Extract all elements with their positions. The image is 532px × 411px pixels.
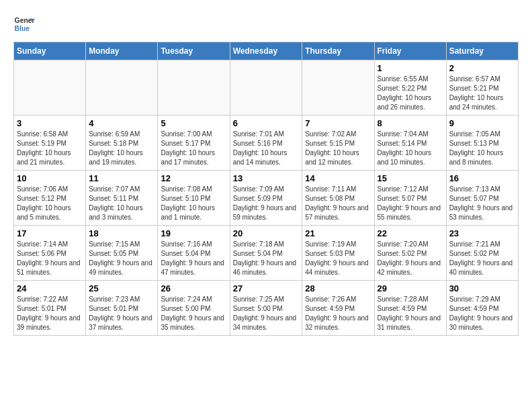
logo-icon: General Blue: [13, 13, 35, 35]
day-number: 18: [89, 228, 154, 238]
day-info: Sunrise: 7:01 AM Sunset: 5:16 PM Dayligh…: [233, 130, 300, 167]
day-info: Sunrise: 7:23 AM Sunset: 5:01 PM Dayligh…: [89, 295, 154, 332]
weekday-header: SundayMondayTuesdayWednesdayThursdayFrid…: [14, 42, 519, 60]
calendar-table: SundayMondayTuesdayWednesdayThursdayFrid…: [13, 42, 519, 336]
day-info: Sunrise: 7:20 AM Sunset: 5:02 PM Dayligh…: [378, 240, 443, 277]
day-info: Sunrise: 7:26 AM Sunset: 4:59 PM Dayligh…: [305, 295, 371, 332]
calendar-body: 1Sunrise: 6:55 AM Sunset: 5:22 PM Daylig…: [14, 60, 519, 336]
calendar-cell: 7Sunrise: 7:02 AM Sunset: 5:15 PM Daylig…: [302, 116, 374, 171]
day-info: Sunrise: 7:14 AM Sunset: 5:06 PM Dayligh…: [17, 240, 83, 277]
calendar-cell: 29Sunrise: 7:28 AM Sunset: 4:59 PM Dayli…: [374, 281, 446, 336]
calendar-cell: 13Sunrise: 7:09 AM Sunset: 5:09 PM Dayli…: [230, 171, 302, 226]
day-info: Sunrise: 7:16 AM Sunset: 5:04 PM Dayligh…: [161, 240, 226, 277]
day-info: Sunrise: 7:18 AM Sunset: 5:04 PM Dayligh…: [233, 240, 300, 277]
day-info: Sunrise: 7:19 AM Sunset: 5:03 PM Dayligh…: [305, 240, 371, 277]
day-info: Sunrise: 7:13 AM Sunset: 5:07 PM Dayligh…: [449, 185, 515, 222]
day-info: Sunrise: 7:05 AM Sunset: 5:13 PM Dayligh…: [449, 130, 515, 167]
calendar-cell: 22Sunrise: 7:20 AM Sunset: 5:02 PM Dayli…: [374, 226, 446, 281]
day-info: Sunrise: 6:58 AM Sunset: 5:19 PM Dayligh…: [17, 130, 83, 167]
week-row-2: 3Sunrise: 6:58 AM Sunset: 5:19 PM Daylig…: [14, 116, 519, 171]
day-info: Sunrise: 7:29 AM Sunset: 4:59 PM Dayligh…: [449, 295, 515, 332]
week-row-5: 24Sunrise: 7:22 AM Sunset: 5:01 PM Dayli…: [14, 281, 519, 336]
day-info: Sunrise: 7:00 AM Sunset: 5:17 PM Dayligh…: [161, 130, 226, 167]
day-number: 14: [305, 173, 371, 183]
calendar-cell: 6Sunrise: 7:01 AM Sunset: 5:16 PM Daylig…: [230, 116, 302, 171]
weekday-friday: Friday: [374, 42, 446, 60]
calendar-cell: 30Sunrise: 7:29 AM Sunset: 4:59 PM Dayli…: [446, 281, 518, 336]
calendar-cell: 5Sunrise: 7:00 AM Sunset: 5:17 PM Daylig…: [158, 116, 230, 171]
day-number: 1: [378, 63, 443, 73]
calendar-cell: 4Sunrise: 6:59 AM Sunset: 5:18 PM Daylig…: [86, 116, 158, 171]
day-info: Sunrise: 7:08 AM Sunset: 5:10 PM Dayligh…: [161, 185, 226, 222]
week-row-1: 1Sunrise: 6:55 AM Sunset: 5:22 PM Daylig…: [14, 60, 519, 116]
day-info: Sunrise: 7:22 AM Sunset: 5:01 PM Dayligh…: [17, 295, 83, 332]
day-number: 16: [449, 173, 515, 183]
calendar-cell: 3Sunrise: 6:58 AM Sunset: 5:19 PM Daylig…: [14, 116, 86, 171]
day-info: Sunrise: 7:12 AM Sunset: 5:07 PM Dayligh…: [378, 185, 443, 222]
header: General Blue: [13, 13, 519, 35]
calendar-cell: [230, 60, 302, 116]
calendar-cell: 14Sunrise: 7:11 AM Sunset: 5:08 PM Dayli…: [302, 171, 374, 226]
calendar-cell: 24Sunrise: 7:22 AM Sunset: 5:01 PM Dayli…: [14, 281, 86, 336]
day-number: 8: [378, 118, 443, 128]
day-number: 10: [17, 173, 83, 183]
day-number: 22: [378, 228, 443, 238]
calendar-cell: 9Sunrise: 7:05 AM Sunset: 5:13 PM Daylig…: [446, 116, 518, 171]
calendar-cell: 2Sunrise: 6:57 AM Sunset: 5:21 PM Daylig…: [446, 60, 518, 116]
calendar-cell: 18Sunrise: 7:15 AM Sunset: 5:05 PM Dayli…: [86, 226, 158, 281]
day-number: 11: [89, 173, 154, 183]
calendar-cell: 28Sunrise: 7:26 AM Sunset: 4:59 PM Dayli…: [302, 281, 374, 336]
day-info: Sunrise: 7:25 AM Sunset: 5:00 PM Dayligh…: [233, 295, 300, 332]
calendar-cell: [14, 60, 86, 116]
day-number: 5: [161, 118, 226, 128]
weekday-tuesday: Tuesday: [158, 42, 230, 60]
calendar-cell: 20Sunrise: 7:18 AM Sunset: 5:04 PM Dayli…: [230, 226, 302, 281]
calendar-cell: 17Sunrise: 7:14 AM Sunset: 5:06 PM Dayli…: [14, 226, 86, 281]
day-number: 7: [305, 118, 371, 128]
calendar-cell: 23Sunrise: 7:21 AM Sunset: 5:02 PM Dayli…: [446, 226, 518, 281]
day-number: 25: [89, 283, 154, 293]
calendar-cell: 10Sunrise: 7:06 AM Sunset: 5:12 PM Dayli…: [14, 171, 86, 226]
week-row-3: 10Sunrise: 7:06 AM Sunset: 5:12 PM Dayli…: [14, 171, 519, 226]
calendar-cell: 26Sunrise: 7:24 AM Sunset: 5:00 PM Dayli…: [158, 281, 230, 336]
calendar-cell: 11Sunrise: 7:07 AM Sunset: 5:11 PM Dayli…: [86, 171, 158, 226]
calendar-cell: 12Sunrise: 7:08 AM Sunset: 5:10 PM Dayli…: [158, 171, 230, 226]
day-number: 30: [449, 283, 515, 293]
svg-text:Blue: Blue: [15, 25, 30, 32]
calendar-cell: [302, 60, 374, 116]
day-info: Sunrise: 7:02 AM Sunset: 5:15 PM Dayligh…: [305, 130, 371, 167]
day-number: 26: [161, 283, 226, 293]
day-number: 29: [378, 283, 443, 293]
day-number: 17: [17, 228, 83, 238]
day-number: 4: [89, 118, 154, 128]
day-info: Sunrise: 7:15 AM Sunset: 5:05 PM Dayligh…: [89, 240, 154, 277]
day-number: 21: [305, 228, 371, 238]
calendar-cell: 19Sunrise: 7:16 AM Sunset: 5:04 PM Dayli…: [158, 226, 230, 281]
day-number: 24: [17, 283, 83, 293]
day-number: 12: [161, 173, 226, 183]
day-number: 15: [378, 173, 443, 183]
calendar-cell: 8Sunrise: 7:04 AM Sunset: 5:14 PM Daylig…: [374, 116, 446, 171]
weekday-saturday: Saturday: [446, 42, 518, 60]
day-number: 3: [17, 118, 83, 128]
day-info: Sunrise: 7:21 AM Sunset: 5:02 PM Dayligh…: [449, 240, 515, 277]
weekday-thursday: Thursday: [302, 42, 374, 60]
day-number: 19: [161, 228, 226, 238]
weekday-monday: Monday: [86, 42, 158, 60]
weekday-wednesday: Wednesday: [230, 42, 302, 60]
calendar-cell: [86, 60, 158, 116]
day-number: 2: [449, 63, 515, 73]
calendar-cell: 1Sunrise: 6:55 AM Sunset: 5:22 PM Daylig…: [374, 60, 446, 116]
day-number: 20: [233, 228, 300, 238]
day-info: Sunrise: 6:57 AM Sunset: 5:21 PM Dayligh…: [449, 75, 515, 112]
day-info: Sunrise: 7:04 AM Sunset: 5:14 PM Dayligh…: [378, 130, 443, 167]
day-info: Sunrise: 7:24 AM Sunset: 5:00 PM Dayligh…: [161, 295, 226, 332]
calendar-cell: 25Sunrise: 7:23 AM Sunset: 5:01 PM Dayli…: [86, 281, 158, 336]
calendar-cell: 15Sunrise: 7:12 AM Sunset: 5:07 PM Dayli…: [374, 171, 446, 226]
day-number: 9: [449, 118, 515, 128]
day-info: Sunrise: 7:09 AM Sunset: 5:09 PM Dayligh…: [233, 185, 300, 222]
day-number: 28: [305, 283, 371, 293]
day-info: Sunrise: 6:55 AM Sunset: 5:22 PM Dayligh…: [378, 75, 443, 112]
day-info: Sunrise: 7:06 AM Sunset: 5:12 PM Dayligh…: [17, 185, 83, 222]
day-number: 6: [233, 118, 300, 128]
